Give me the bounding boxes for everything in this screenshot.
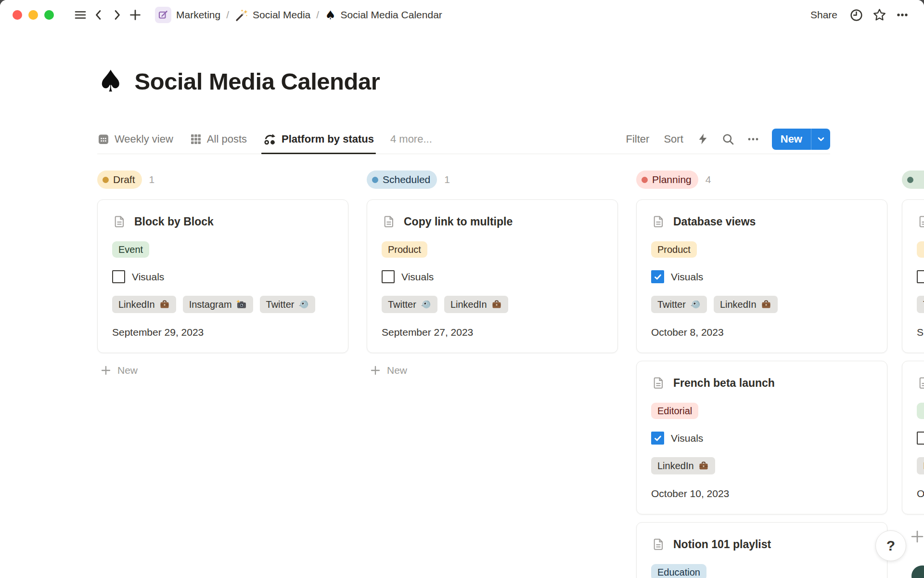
more-options-button[interactable] <box>893 6 911 24</box>
card-date: September 29, 2023 <box>112 327 334 338</box>
zoom-button[interactable] <box>44 10 54 20</box>
breadcrumb-label: Marketing <box>176 9 220 21</box>
tab-platform-by-status[interactable]: Platform by status <box>263 124 374 154</box>
card-title: Notion 101 playlist <box>673 538 771 551</box>
card-title: Copy link to multiple <box>404 215 513 228</box>
plus-icon <box>100 365 112 376</box>
card-partial[interactable]: T S <box>902 199 924 353</box>
history-button[interactable] <box>847 6 865 24</box>
visuals-checkbox[interactable] <box>917 432 924 445</box>
card-block-by-block[interactable]: Block by Block Event Visuals LinkedIn In… <box>97 199 348 353</box>
status-label: Planning <box>652 174 692 185</box>
status-cycle-icon <box>263 132 277 146</box>
card-date: September 27, 2023 <box>382 327 603 338</box>
status-badge-draft[interactable]: Draft <box>97 171 142 189</box>
platform-tag-linkedin: LinkedIn <box>714 296 778 313</box>
plus-icon <box>370 365 381 376</box>
card-date: S <box>917 327 924 338</box>
tab-label: Weekly view <box>115 133 173 145</box>
camera-emoji <box>236 299 247 310</box>
status-dot-icon <box>103 177 109 183</box>
category-tag: Event <box>112 241 149 258</box>
ellipsis-icon <box>895 8 910 22</box>
page-icon <box>651 214 666 229</box>
check-icon <box>654 273 662 281</box>
column-header: Planning 4 <box>636 171 887 189</box>
checkbox-label: Visuals <box>132 271 164 283</box>
visuals-checkbox[interactable] <box>382 270 395 283</box>
card-title: Block by Block <box>134 215 214 228</box>
hamburger-icon <box>74 8 87 22</box>
card-partial[interactable]: I O <box>902 361 924 514</box>
breadcrumb-item-social-media[interactable]: Social Media <box>232 8 313 23</box>
minimize-button[interactable] <box>28 10 38 20</box>
search-button[interactable] <box>719 130 737 148</box>
breadcrumb-item-marketing[interactable]: Marketing <box>152 6 223 24</box>
briefcase-emoji <box>698 460 709 471</box>
grid-icon <box>190 133 202 145</box>
plus-icon <box>910 529 924 544</box>
column-header: Draft 1 <box>97 171 348 189</box>
page-icon <box>917 214 924 229</box>
breadcrumb-label: Social Media Calendar <box>341 9 442 21</box>
add-card-button[interactable]: New <box>367 361 618 380</box>
view-tabs-bar: Weekly view All posts Platform by status… <box>97 124 830 154</box>
card-copy-link-to-multiple[interactable]: Copy link to multiple Product Visuals Tw… <box>367 199 618 353</box>
forward-button[interactable] <box>108 6 126 24</box>
page-icon <box>112 214 127 229</box>
share-button[interactable]: Share <box>806 7 842 23</box>
bird-emoji <box>421 299 431 310</box>
sidebar-menu-button[interactable] <box>71 6 90 24</box>
template-icon <box>155 7 171 23</box>
card-french-beta-launch[interactable]: French beta launch Editorial Visuals Lin… <box>636 361 887 514</box>
tab-weekly-view[interactable]: Weekly view <box>97 124 173 154</box>
page-icon <box>651 376 666 390</box>
favorite-button[interactable] <box>870 6 888 24</box>
breadcrumb-separator: / <box>316 9 319 21</box>
chevron-down-icon <box>817 135 825 144</box>
category-tag: Editorial <box>651 403 698 419</box>
platform-tag-twitter: Twitter <box>651 296 707 313</box>
status-label: Draft <box>113 174 135 185</box>
add-card-button[interactable]: New <box>97 361 348 380</box>
help-button[interactable]: ? <box>875 530 906 561</box>
more-views-button[interactable]: 4 more... <box>390 133 432 145</box>
platform-tag: I <box>917 457 924 474</box>
sort-button[interactable]: Sort <box>660 131 687 147</box>
visuals-checkbox[interactable] <box>651 270 664 283</box>
briefcase-emoji <box>159 299 170 310</box>
page-icon <box>382 214 396 229</box>
breadcrumb-label: Social Media <box>253 9 310 21</box>
new-dropdown-button[interactable] <box>811 129 830 150</box>
view-options-button[interactable] <box>744 130 762 148</box>
add-group-button[interactable] <box>908 527 924 546</box>
visuals-checkbox[interactable] <box>917 270 924 283</box>
breadcrumb-item-social-media-calendar[interactable]: ♠ Social Media Calendar <box>322 8 445 22</box>
status-badge-scheduled[interactable]: Scheduled <box>367 171 437 189</box>
filter-button[interactable]: Filter <box>622 131 654 147</box>
column-partial-green: T S I O <box>902 164 924 522</box>
automations-button[interactable] <box>694 130 712 148</box>
new-button[interactable]: New <box>772 129 811 150</box>
page-header: ♠ Social Media Calendar <box>97 66 380 96</box>
status-badge-partial[interactable] <box>902 171 924 189</box>
calendar-icon <box>97 133 110 145</box>
tab-all-posts[interactable]: All posts <box>190 124 247 154</box>
status-label: Scheduled <box>383 174 430 185</box>
column-count: 4 <box>706 174 711 185</box>
category-tag: Product <box>382 241 427 258</box>
status-dot-icon <box>372 177 378 183</box>
spade-icon: ♠ <box>325 9 335 21</box>
new-page-button[interactable] <box>126 6 144 24</box>
search-icon <box>721 132 735 146</box>
visuals-checkbox[interactable] <box>651 432 664 445</box>
app-window: Marketing / Social Media / ♠ Social Medi… <box>0 0 924 578</box>
tab-label: All posts <box>207 133 247 145</box>
visuals-checkbox[interactable] <box>112 270 125 283</box>
breadcrumb-separator: / <box>226 9 229 21</box>
back-button[interactable] <box>90 6 108 24</box>
close-button[interactable] <box>13 10 22 20</box>
card-database-views[interactable]: Database views Product Visuals Twitter L… <box>636 199 887 353</box>
card-notion-101-playlist[interactable]: Notion 101 playlist Education <box>636 522 887 578</box>
status-badge-planning[interactable]: Planning <box>636 171 698 189</box>
